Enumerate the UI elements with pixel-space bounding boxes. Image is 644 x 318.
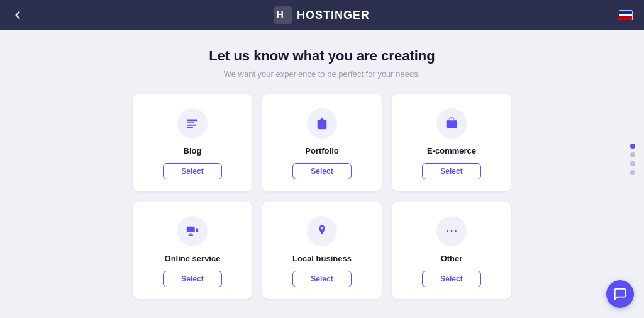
svg-rect-7 [319, 126, 323, 127]
card-portfolio-label: Portfolio [305, 146, 338, 156]
svg-rect-4 [187, 125, 196, 126]
scroll-dot-3 [630, 161, 635, 166]
svg-rect-3 [187, 122, 194, 123]
card-online-service-icon-wrap [177, 216, 208, 246]
online-service-icon [186, 224, 199, 238]
back-button[interactable] [11, 9, 24, 21]
svg-rect-10 [447, 120, 457, 122]
blog-icon [186, 116, 199, 130]
svg-point-18 [455, 230, 457, 232]
scroll-dot-1 [630, 144, 635, 149]
ecommerce-icon [445, 116, 458, 130]
local-business-icon [315, 224, 329, 238]
page-title: Let us know what you are creating [209, 48, 435, 64]
card-portfolio-icon-wrap [307, 108, 337, 139]
card-local-business-label: Local business [292, 254, 352, 263]
card-ecommerce: E-commerce Select [392, 94, 511, 191]
card-other-label: Other [441, 254, 463, 263]
page-subtitle: We want your experience to be perfect fo… [224, 69, 421, 79]
card-other-select-button[interactable]: Select [422, 271, 480, 287]
card-blog: Blog Select [133, 94, 252, 191]
other-icon [445, 224, 458, 238]
chat-bubble-icon [613, 287, 627, 301]
card-blog-icon-wrap [177, 108, 208, 139]
card-ecommerce-icon-wrap [436, 108, 467, 139]
card-online-service-label: Online service [165, 254, 221, 263]
svg-rect-11 [187, 227, 195, 232]
portfolio-icon [315, 116, 329, 130]
svg-rect-14 [189, 235, 193, 236]
card-local-business: Local business Select [262, 202, 382, 299]
card-online-service: Online service Select [133, 202, 252, 299]
card-blog-select-button[interactable]: Select [163, 163, 221, 179]
card-portfolio: Portfolio Select [262, 94, 382, 191]
svg-point-16 [447, 230, 448, 232]
chat-bubble-button[interactable] [606, 280, 634, 308]
scroll-dots [630, 144, 635, 175]
card-online-service-select-button[interactable]: Select [163, 271, 221, 287]
logo: H HOSTINGER [274, 6, 370, 24]
scroll-dot-2 [630, 152, 635, 157]
scroll-dot-4 [630, 170, 635, 175]
card-local-business-select-button[interactable]: Select [292, 271, 351, 287]
svg-rect-6 [319, 124, 324, 125]
category-grid: Blog Select Portfolio Select [133, 94, 511, 299]
svg-rect-9 [449, 119, 453, 121]
card-local-business-icon-wrap [307, 216, 337, 246]
card-blog-label: Blog [184, 146, 202, 156]
svg-point-17 [451, 230, 453, 232]
card-ecommerce-label: E-commerce [427, 146, 476, 156]
main-content: Let us know what you are creating We wan… [0, 30, 644, 299]
svg-text:H: H [276, 9, 284, 20]
language-selector[interactable] [619, 10, 633, 20]
svg-point-15 [321, 227, 323, 230]
header: H HOSTINGER [0, 0, 644, 30]
card-other: Other Select [392, 202, 511, 299]
svg-rect-2 [187, 120, 198, 122]
card-ecommerce-select-button[interactable]: Select [422, 163, 480, 179]
card-portfolio-select-button[interactable]: Select [292, 163, 351, 179]
card-other-icon-wrap [436, 216, 467, 246]
logo-icon: H [274, 6, 292, 24]
svg-rect-5 [187, 127, 193, 128]
flag-icon [619, 10, 633, 20]
logo-text: HOSTINGER [297, 9, 370, 22]
svg-rect-13 [189, 234, 192, 235]
svg-rect-12 [196, 228, 199, 232]
